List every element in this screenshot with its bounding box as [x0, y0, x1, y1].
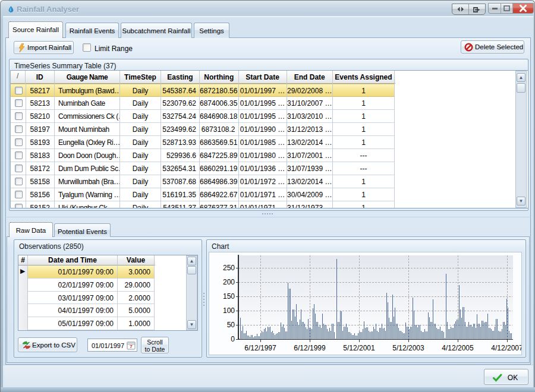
svg-text:5/12/2003: 5/12/2003: [392, 344, 424, 352]
svg-text:250: 250: [223, 264, 235, 272]
svg-text:200: 200: [223, 278, 235, 286]
svg-text:0: 0: [231, 335, 235, 343]
svg-text:150: 150: [223, 292, 235, 301]
svg-text:5/12/2001: 5/12/2001: [343, 344, 375, 352]
svg-text:50: 50: [227, 321, 235, 329]
svg-text:7: 7: [130, 344, 133, 349]
svg-text:6/12/1999: 6/12/1999: [294, 344, 326, 352]
svg-text:4/12/2005: 4/12/2005: [442, 344, 474, 352]
svg-text:100: 100: [223, 306, 235, 315]
svg-text:4/12/2007: 4/12/2007: [491, 344, 522, 352]
svg-text:6/12/1997: 6/12/1997: [244, 344, 276, 352]
